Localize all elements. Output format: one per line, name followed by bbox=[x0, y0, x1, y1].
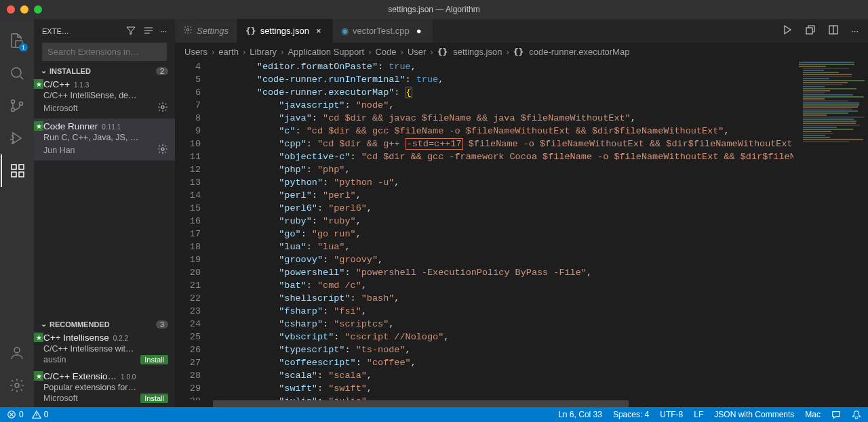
tab-label: settings.json bbox=[260, 26, 309, 36]
extension-name: C++ Intellisense bbox=[43, 333, 109, 343]
more-actions-icon[interactable]: ··· bbox=[851, 26, 859, 36]
breadcrumb-segment[interactable]: {} code-runner.executorMap bbox=[513, 47, 630, 57]
explorer-badge: 1 bbox=[19, 43, 28, 51]
minimap[interactable] bbox=[793, 60, 868, 400]
breadcrumb-segment[interactable]: Application Support bbox=[288, 47, 364, 57]
indentation[interactable]: Spaces: 4 bbox=[613, 410, 649, 419]
titlebar: settings.json — Algorithm bbox=[0, 0, 868, 19]
breadcrumb-segment[interactable]: earth bbox=[218, 47, 239, 57]
tab-settings[interactable]: Settings bbox=[175, 19, 237, 43]
extension-item[interactable]: ★ C/C++ Extensio…1.0.0 Popular extension… bbox=[34, 368, 175, 407]
svg-point-2 bbox=[12, 108, 15, 112]
warnings-count[interactable]: 0 bbox=[32, 410, 49, 419]
tab-vectortest[interactable]: ◉ vectorTest.cpp ● bbox=[333, 19, 433, 43]
extension-name: C/C++ Extensio… bbox=[43, 371, 117, 381]
settings-gear-icon[interactable] bbox=[1, 369, 33, 402]
maximize-window-button[interactable] bbox=[34, 5, 42, 14]
extension-publisher: Jun Han bbox=[43, 146, 75, 155]
status-bar: 0 0 Ln 6, Col 33 Spaces: 4 UTF-8 LF JSON… bbox=[0, 407, 868, 422]
encoding[interactable]: UTF-8 bbox=[660, 410, 683, 419]
chevron-down-icon: ⌄ bbox=[41, 320, 47, 329]
modified-dot-icon[interactable]: ● bbox=[414, 26, 425, 36]
extensions-search-input[interactable] bbox=[42, 43, 167, 61]
json-icon: {} bbox=[245, 26, 256, 36]
accounts-icon[interactable] bbox=[1, 337, 33, 369]
breadcrumb-segment[interactable]: {} settings.json bbox=[437, 47, 502, 57]
extension-version: 1.1.3 bbox=[74, 81, 89, 89]
recommended-count: 3 bbox=[156, 320, 168, 329]
extension-version: 0.11.1 bbox=[102, 123, 121, 131]
horizontal-scrollbar[interactable] bbox=[175, 400, 868, 407]
code-editor[interactable]: 4567891011121314151617181920212223242526… bbox=[175, 60, 868, 400]
errors-count[interactable]: 0 bbox=[7, 410, 24, 419]
manage-gear-icon[interactable] bbox=[157, 102, 168, 114]
extension-description: Run C, C++, Java, JS, … bbox=[43, 133, 168, 142]
extensions-icon[interactable] bbox=[1, 154, 33, 187]
svg-rect-7 bbox=[19, 165, 24, 169]
extension-publisher: Microsoft bbox=[43, 104, 78, 113]
os-indicator[interactable]: Mac bbox=[805, 410, 821, 419]
gear-icon bbox=[183, 25, 193, 37]
cursor-position[interactable]: Ln 6, Col 33 bbox=[558, 410, 602, 419]
manage-gear-icon[interactable] bbox=[157, 144, 168, 156]
verified-icon: ★ bbox=[34, 121, 43, 131]
svg-rect-6 bbox=[19, 172, 24, 177]
extension-publisher: austin bbox=[43, 355, 66, 364]
svg-point-10 bbox=[161, 106, 164, 108]
svg-point-12 bbox=[186, 28, 189, 31]
source-control-icon[interactable] bbox=[1, 89, 33, 122]
search-icon[interactable] bbox=[1, 57, 33, 89]
filter-icon[interactable] bbox=[125, 25, 136, 37]
language-mode[interactable]: JSON with Comments bbox=[714, 410, 794, 419]
verified-icon: ★ bbox=[34, 79, 43, 89]
install-button[interactable]: Install bbox=[140, 355, 168, 364]
tabs-row: Settings {} settings.json × ◉ vectorTest… bbox=[175, 19, 868, 43]
breadcrumb-segment[interactable]: User bbox=[408, 47, 426, 57]
extension-description: Popular extensions for… bbox=[43, 383, 168, 392]
eol[interactable]: LF bbox=[694, 410, 703, 419]
feedback-icon[interactable] bbox=[831, 410, 841, 419]
verified-icon: ★ bbox=[34, 371, 43, 381]
extension-description: C/C++ IntelliSense, de… bbox=[43, 91, 168, 100]
breadcrumbs[interactable]: Users›earth›Library›Application Support›… bbox=[175, 43, 868, 60]
tab-label: vectorTest.cpp bbox=[353, 26, 410, 36]
recommended-section-header[interactable]: ⌄ RECOMMENDED 3 bbox=[34, 318, 175, 330]
installed-section-header[interactable]: ⌄ INSTALLED 2 bbox=[34, 65, 175, 77]
tab-label: Settings bbox=[197, 26, 229, 36]
extension-version: 1.0.0 bbox=[121, 373, 136, 381]
open-preview-icon[interactable] bbox=[805, 24, 816, 37]
run-debug-icon[interactable] bbox=[1, 122, 33, 154]
svg-point-9 bbox=[15, 383, 19, 387]
clear-icon[interactable] bbox=[143, 25, 154, 37]
verified-icon: ★ bbox=[34, 333, 43, 342]
split-editor-icon[interactable] bbox=[828, 24, 839, 37]
window-title: settings.json — Algorithm bbox=[388, 5, 479, 14]
breadcrumb-segment[interactable]: Code bbox=[375, 47, 396, 57]
svg-rect-4 bbox=[12, 165, 16, 169]
sidebar-title: EXTE… bbox=[42, 27, 119, 35]
close-tab-icon[interactable]: × bbox=[313, 26, 324, 36]
extension-name: C/C++ bbox=[43, 79, 70, 89]
extension-name: Code Runner bbox=[43, 121, 98, 131]
installed-count: 2 bbox=[156, 67, 168, 75]
window-controls bbox=[7, 5, 42, 14]
line-number-gutter: 4567891011121314151617181920212223242526… bbox=[175, 60, 213, 400]
run-icon[interactable] bbox=[782, 24, 793, 37]
extension-item[interactable]: ★ C/C++1.1.3 C/C++ IntelliSense, de… Mic… bbox=[34, 77, 175, 119]
extension-item[interactable]: ★ Code Runner0.11.1 Run C, C++, Java, JS… bbox=[34, 119, 175, 161]
extension-item[interactable]: ★ C++ Intellisense0.2.2 C/C++ Intellisen… bbox=[34, 330, 175, 368]
breadcrumb-segment[interactable]: Users bbox=[184, 47, 208, 57]
notifications-icon[interactable] bbox=[852, 410, 861, 419]
more-icon[interactable]: ··· bbox=[161, 27, 167, 35]
extensions-sidebar: EXTE… ··· ⌄ INSTALLED 2 ★ C/C++1.1.3 C/C… bbox=[34, 19, 175, 407]
extension-description: C/C++ Intellisense wit… bbox=[43, 344, 168, 354]
tab-settings-json[interactable]: {} settings.json × bbox=[237, 19, 333, 43]
explorer-icon[interactable]: 1 bbox=[1, 24, 33, 57]
close-window-button[interactable] bbox=[7, 5, 15, 14]
svg-rect-13 bbox=[806, 28, 812, 34]
install-button[interactable]: Install bbox=[140, 394, 168, 403]
minimize-window-button[interactable] bbox=[20, 5, 28, 14]
svg-point-11 bbox=[161, 148, 164, 150]
cpp-icon: ◉ bbox=[341, 26, 349, 36]
breadcrumb-segment[interactable]: Library bbox=[250, 47, 277, 57]
